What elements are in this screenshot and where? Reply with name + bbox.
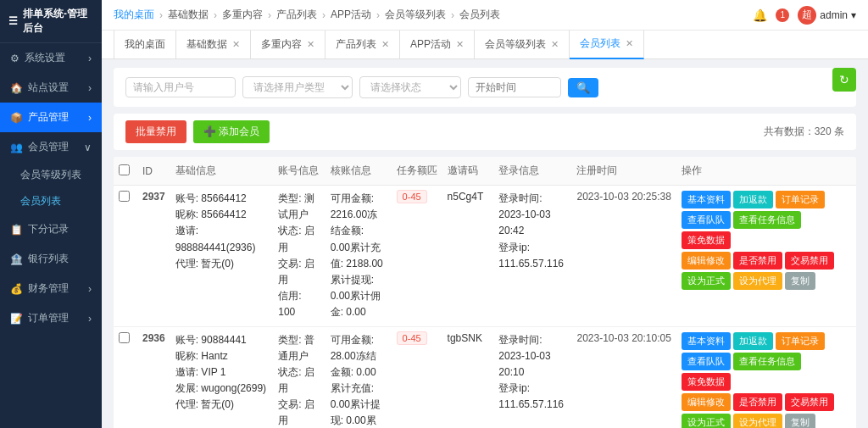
tab-member-label: 会员列表: [580, 36, 620, 51]
sidebar-item-label: 产品管理: [28, 110, 69, 125]
menu-toggle-icon[interactable]: ☰: [8, 15, 18, 27]
op-交易禁用-button[interactable]: 交易禁用: [785, 393, 834, 411]
sidebar-item-orders[interactable]: 📝 订单管理 ›: [0, 303, 102, 333]
cell-id: 2936: [137, 326, 170, 428]
tab-multi-label: 多重内容: [261, 37, 302, 52]
select-all-checkbox[interactable]: [119, 164, 130, 175]
nav-app[interactable]: APP活动: [331, 8, 371, 22]
nav-basic-data[interactable]: 基础数据: [168, 8, 209, 22]
topbar-nav: 我的桌面 › 基础数据 › 多重内容 › 产品列表 › APP活动 › 会员等级…: [114, 8, 500, 22]
op-编辑修改-button[interactable]: 编辑修改: [682, 393, 731, 411]
nav-sep: ›: [214, 9, 217, 21]
tab-app-label: APP活动: [410, 37, 451, 52]
nav-multi[interactable]: 多重内容: [222, 8, 263, 22]
sidebar-item-system[interactable]: ⚙ 系统设置 ›: [0, 43, 102, 73]
table-row: 2936 账号: 90884441昵称: Hantz邀请: VIP 1发展: w…: [114, 326, 856, 428]
tab-close-icon[interactable]: ✕: [381, 39, 389, 50]
op-策免数据-button[interactable]: 策免数据: [682, 373, 731, 391]
app-logo: ☰ 排单系统-管理后台: [0, 0, 102, 43]
nav-member-list[interactable]: 会员列表: [459, 8, 500, 22]
op-设为正式-button[interactable]: 设为正式: [682, 414, 731, 429]
sidebar-item-finance[interactable]: 💰 财务管理 ›: [0, 274, 102, 303]
tab-basic-data[interactable]: 基础数据 ✕: [176, 31, 251, 59]
user-type-select[interactable]: 请选择用户类型: [242, 76, 353, 98]
batch-disable-button[interactable]: 批量禁用: [125, 120, 186, 143]
op-复制-button[interactable]: 复制: [785, 414, 815, 429]
cell-account: 类型: 普通用户状态: 启用交易: 启用信用: 100: [273, 326, 325, 428]
op-是否禁用-button[interactable]: 是否禁用: [733, 393, 782, 411]
op-设为代理-button[interactable]: 设为代理: [733, 414, 782, 429]
username: admin: [820, 9, 848, 21]
sidebar-item-label: 财务管理: [28, 281, 69, 296]
tab-bar: 我的桌面 基础数据 ✕ 多重内容 ✕ 产品列表 ✕ APP活动 ✕ 会员等级列表…: [102, 31, 868, 59]
search-button[interactable]: 🔍: [568, 78, 598, 97]
sidebar-item-member-list[interactable]: 会员列表: [0, 188, 102, 214]
tab-close-icon[interactable]: ✕: [626, 38, 633, 49]
table-row: 2937 账号: 85664412昵称: 85664412邀请: 9888844…: [114, 186, 856, 327]
tab-product-label: 产品列表: [336, 37, 376, 52]
sidebar-item-member-level[interactable]: 会员等级列表: [0, 162, 102, 188]
total-count: 共有数据：320 条: [764, 125, 844, 139]
cell-account: 类型: 测试用户状态: 启用交易: 启用信用: 100: [273, 186, 325, 327]
col-balance: 核账信息: [326, 157, 392, 186]
avatar-text: 超: [802, 8, 812, 22]
bell-icon[interactable]: 🔔: [753, 8, 767, 22]
tab-home[interactable]: 我的桌面: [114, 31, 176, 59]
gear-icon: ⚙: [10, 53, 19, 64]
user-id-input[interactable]: [125, 77, 236, 97]
tab-close-icon[interactable]: ✕: [551, 39, 559, 50]
op-设为代理-button[interactable]: 设为代理: [733, 272, 782, 290]
content-area: ↻ 请选择用户类型 请选择状态 🔍 批量禁用 ➕ 添加会员 共有数据：320 条: [102, 59, 868, 428]
op-交易禁用-button[interactable]: 交易禁用: [785, 252, 834, 270]
sidebar-item-product[interactable]: 📦 产品管理 ›: [0, 103, 102, 132]
op-订单记录-button[interactable]: 订单记录: [776, 191, 825, 208]
refresh-button[interactable]: ↻: [832, 68, 856, 92]
tab-app[interactable]: APP活动 ✕: [400, 31, 475, 59]
cell-basic: 账号: 85664412昵称: 85664412邀请: 988884441(29…: [170, 186, 274, 327]
nav-product[interactable]: 产品列表: [276, 8, 317, 22]
op-复制-button[interactable]: 复制: [785, 272, 815, 290]
status-select[interactable]: 请选择状态: [359, 76, 461, 98]
sidebar-item-label: 会员管理: [28, 140, 69, 154]
sidebar-item-site[interactable]: 🏠 站点设置 ›: [0, 73, 102, 103]
tab-product[interactable]: 产品列表 ✕: [326, 31, 400, 59]
chevron-right-icon: ›: [88, 283, 92, 295]
row-checkbox-0[interactable]: [119, 191, 130, 202]
tab-multi[interactable]: 多重内容 ✕: [251, 31, 326, 59]
sidebar-item-member[interactable]: 👥 会员管理 ∨: [0, 132, 102, 162]
op-查看任务信息-button[interactable]: 查看任务信息: [733, 353, 801, 370]
op-策免数据-button[interactable]: 策免数据: [682, 231, 731, 249]
sidebar-item-downgrade[interactable]: 📋 下分记录: [0, 214, 102, 244]
tab-close-icon[interactable]: ✕: [456, 39, 464, 50]
tab-basic-label: 基础数据: [186, 37, 227, 52]
op-查看队队-button[interactable]: 查看队队: [682, 353, 731, 370]
bank-icon: 🏦: [10, 253, 23, 265]
op-加返款-button[interactable]: 加返款: [733, 332, 773, 350]
home-breadcrumb[interactable]: 我的桌面: [114, 8, 154, 22]
op-加返款-button[interactable]: 加返款: [733, 191, 773, 208]
sidebar-item-bank[interactable]: 🏦 银行列表: [0, 244, 102, 274]
date-input[interactable]: [468, 77, 561, 97]
row-checkbox-1[interactable]: [119, 332, 130, 343]
tab-member-list[interactable]: 会员列表 ✕: [570, 31, 644, 59]
user-dropdown-icon[interactable]: ▾: [851, 9, 856, 21]
home-icon: 🏠: [10, 82, 23, 94]
op-查看任务信息-button[interactable]: 查看任务信息: [733, 211, 801, 229]
col-account: 账号信息: [273, 157, 325, 186]
op-编辑修改-button[interactable]: 编辑修改: [682, 252, 731, 270]
tab-level[interactable]: 会员等级列表 ✕: [475, 31, 570, 59]
cell-login: 登录时间: 2023-10-03 20:10登录ip: 111.65.57.11…: [493, 326, 571, 428]
nav-level[interactable]: 会员等级列表: [385, 8, 446, 22]
op-基本资料-button[interactable]: 基本资料: [682, 191, 731, 208]
add-member-button[interactable]: ➕ 添加会员: [193, 120, 270, 143]
cell-login: 登录时间: 2023-10-03 20:42登录ip: 111.65.57.11…: [493, 186, 571, 327]
op-订单记录-button[interactable]: 订单记录: [776, 332, 825, 350]
sidebar: ☰ 排单系统-管理后台 ⚙ 系统设置 › 🏠 站点设置 › 📦 产品管理 › 👥…: [0, 0, 102, 428]
op-设为正式-button[interactable]: 设为正式: [682, 272, 731, 290]
op-基本资料-button[interactable]: 基本资料: [682, 332, 731, 350]
op-是否禁用-button[interactable]: 是否禁用: [733, 252, 782, 270]
op-查看队队-button[interactable]: 查看队队: [682, 211, 731, 229]
sidebar-item-label: 下分记录: [28, 222, 69, 236]
tab-close-icon[interactable]: ✕: [307, 39, 314, 50]
tab-close-icon[interactable]: ✕: [232, 39, 240, 50]
